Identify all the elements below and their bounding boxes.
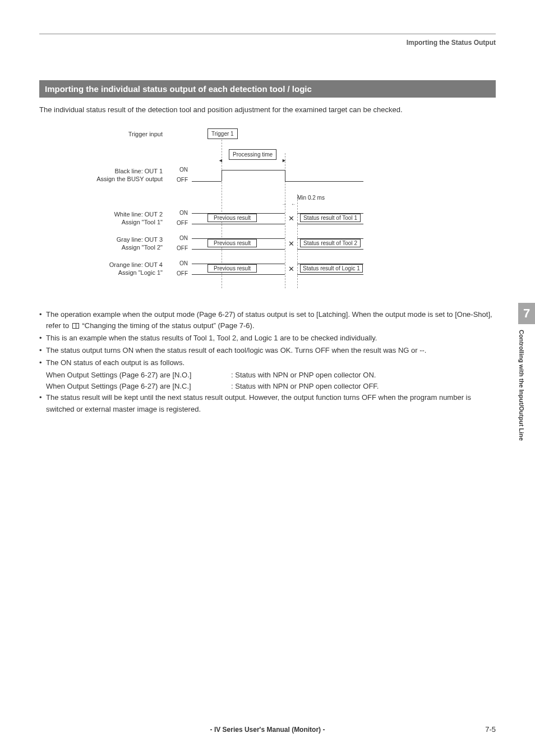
row4-prev: Previous result <box>207 264 257 273</box>
bullet-4-nc-left: When Output Settings (Page 6-27) are [N.… <box>46 381 231 392</box>
processing-time-box: Processing time <box>229 149 276 160</box>
row4-on: ON <box>171 260 188 266</box>
row4-off: OFF <box>171 270 188 276</box>
row2-on: ON <box>171 210 188 216</box>
breadcrumb: Importing the Status Output <box>39 39 496 47</box>
bullet-1b: “Changing the timing of the status outpu… <box>82 321 254 330</box>
bullet-4-nc-right: : Status with NPN or PNP open collector … <box>231 381 379 392</box>
x-icon-2: ✕ <box>288 240 294 247</box>
arrow-left2-icon: → <box>282 201 287 207</box>
x-icon-1: ✕ <box>288 215 294 222</box>
footer-center: - IV Series User's Manual (Monitor) - <box>0 726 535 734</box>
chapter-number: 7 <box>518 303 535 324</box>
trigger-input-label: Trigger input <box>128 131 163 137</box>
side-tab: 7 Controlling with the Input/Output Line <box>518 303 535 446</box>
arrow-left-icon: ◄ <box>218 158 223 163</box>
intro-text: The individual status result of the dete… <box>39 104 496 116</box>
section-title: Importing the individual status output o… <box>39 80 496 98</box>
row3-on: ON <box>171 235 188 241</box>
row2-assign: Assign "Tool 1" <box>122 219 163 225</box>
bullet-4: The ON status of each output is as follo… <box>46 357 185 368</box>
bullet-4-no-right: : Status with NPN or PNP open collector … <box>231 370 376 381</box>
min-label: Min 0.2 ms <box>297 195 325 201</box>
row4-name: Orange line: OUT 4 <box>109 261 163 268</box>
row1-assign: Assign the BUSY output <box>96 176 163 182</box>
row4-assign: Assign "Logic 1" <box>118 269 163 276</box>
timing-diagram: Trigger input Trigger 1 Processing time … <box>62 130 376 292</box>
row3-off: OFF <box>171 245 188 251</box>
row1-on: ON <box>171 167 188 173</box>
row3-name: Gray line: OUT 3 <box>117 236 163 243</box>
bullet-list: • The operation example when the output … <box>39 309 496 415</box>
trigger1-box: Trigger 1 <box>207 128 238 139</box>
row3-assign: Assign "Tool 2" <box>122 244 163 251</box>
x-icon-3: ✕ <box>288 265 294 273</box>
row2-prev: Previous result <box>207 214 257 222</box>
row3-status: Status result of Tool 2 <box>300 239 361 247</box>
row1-off: OFF <box>171 177 188 183</box>
row2-name: White line: OUT 2 <box>114 211 163 218</box>
row2-off: OFF <box>171 220 188 226</box>
bullet-2: This is an example when the status resul… <box>46 333 377 344</box>
row4-status: Status result of Logic 1 <box>300 264 363 273</box>
bullet-5: The status result will be kept until the… <box>46 392 496 414</box>
row3-prev: Previous result <box>207 239 257 247</box>
arrow-right-icon: ► <box>282 158 287 163</box>
row1-name: Black line: OUT 1 <box>115 168 163 174</box>
chapter-title: Controlling with the Input/Output Line <box>518 324 529 446</box>
page-number: 7-5 <box>485 725 496 734</box>
row2-status: Status result of Tool 1 <box>300 214 361 222</box>
book-icon <box>72 323 79 329</box>
bullet-4-no-left: When Output Settings (Page 6-27) are [N.… <box>46 370 231 381</box>
bullet-3: The status output turns ON when the stat… <box>46 345 426 356</box>
arrow-right2-icon: ← <box>291 201 296 207</box>
